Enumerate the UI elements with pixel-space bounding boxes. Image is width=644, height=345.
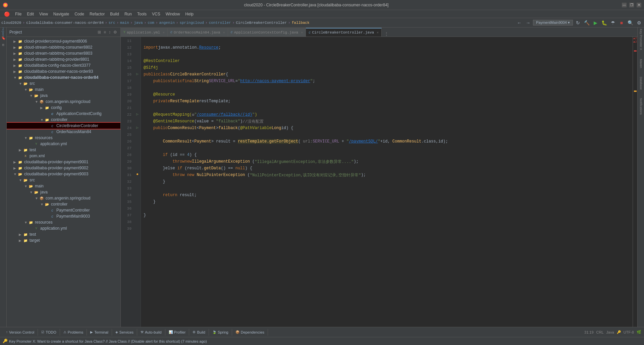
breadcrumb-project[interactable]: cloud2020 bbox=[1, 21, 21, 25]
maven-icon[interactable]: Maven bbox=[639, 59, 643, 68]
tree-item-pom-xml[interactable]: ▶ X pom.xml bbox=[7, 153, 120, 159]
tree-item-circle-breaker-controller[interactable]: ▶ c CircleBreakerController bbox=[7, 123, 120, 129]
tree-item-java[interactable]: ▼ 📂 java bbox=[7, 93, 120, 99]
breadcrumb-springcloud[interactable]: springcloud bbox=[179, 21, 204, 25]
database-icon[interactable]: Database bbox=[639, 77, 643, 90]
breadcrumb-main[interactable]: main bbox=[120, 21, 129, 25]
search-btn[interactable]: 🔍 bbox=[627, 19, 634, 26]
status-tab-version-control[interactable]: ↑ Version Control bbox=[3, 329, 38, 336]
build-btn[interactable]: 🔨 bbox=[583, 19, 590, 26]
coverage-btn[interactable]: ☂ bbox=[609, 19, 616, 26]
tree-item-target[interactable]: ▶ 📁 target bbox=[7, 237, 120, 243]
minimize-button[interactable]: — bbox=[622, 3, 627, 7]
tab-order-nacos-main84[interactable]: c OrderNacosMain84.java ✕ bbox=[168, 28, 228, 37]
status-tab-dependencies[interactable]: 📦 Dependencies bbox=[232, 329, 268, 336]
project-icon[interactable]: Project bbox=[1, 29, 6, 34]
run-btn[interactable]: ▶ bbox=[592, 19, 599, 26]
sidebar-collapse-btn[interactable]: ≡ bbox=[103, 29, 107, 35]
breadcrumb-module[interactable]: cloudalibaba-consumer-nacos-order84 bbox=[26, 21, 104, 25]
tree-item-cloud-stream-8802[interactable]: ▶ 📁 cloud-stream-rabbitmq-consumer8802 bbox=[7, 44, 120, 50]
tab-close-main84[interactable]: ✕ bbox=[223, 31, 225, 35]
tab-close-circle-breaker[interactable]: ✕ bbox=[377, 31, 379, 35]
debug-btn[interactable]: 🐛 bbox=[600, 19, 608, 26]
tree-item-main[interactable]: ▼ 📂 main bbox=[7, 87, 120, 93]
tree-item-controller-folder[interactable]: ▼ 📁 controller bbox=[7, 117, 120, 123]
tree-item-java2[interactable]: ▼ 📂 java bbox=[7, 189, 120, 195]
tree-item-controller2[interactable]: ▼ 📂 controller bbox=[7, 201, 120, 207]
tree-item-cloudalibaba-order83[interactable]: ▶ 📁 cloudalibaba-consumer-nacos-order83 bbox=[7, 68, 120, 74]
tab-overflow-btn[interactable]: ⋮ bbox=[382, 32, 391, 37]
tree-item-cloudalibaba-order84[interactable]: ▼ 📁 cloudalibaba-consumer-nacos-order84 bbox=[7, 74, 120, 80]
menu-item-file[interactable]: 🔴 bbox=[1, 11, 12, 17]
sidebar-sort-btn[interactable]: ↕ bbox=[108, 29, 111, 35]
menu-item-file[interactable]: File bbox=[12, 11, 24, 17]
menu-item-window[interactable]: Window bbox=[163, 11, 183, 17]
settings-btn[interactable]: ⚙ bbox=[635, 19, 643, 26]
refresh-btn[interactable]: ↻ bbox=[574, 19, 582, 26]
tree-item-payment-controller[interactable]: ▶ c PaymentController bbox=[7, 207, 120, 213]
tree-item-src2[interactable]: ▼ 📂 src bbox=[7, 177, 120, 183]
notifications-icon[interactable]: Notifications bbox=[639, 98, 643, 115]
tree-item-test[interactable]: ▶ 📁 test bbox=[7, 147, 120, 153]
tab-close-appcontext[interactable]: ✕ bbox=[301, 31, 303, 35]
status-tab-problems[interactable]: ⚠ Problems bbox=[60, 329, 87, 336]
tree-item-cloud-stream-8803[interactable]: ▶ 📁 cloud-stream-rabbitmq-consumer8803 bbox=[7, 50, 120, 56]
status-tab-services[interactable]: ◈ Services bbox=[112, 329, 137, 336]
breadcrumb-class[interactable]: CircleBreakerController bbox=[236, 21, 287, 25]
menu-item-help[interactable]: Help bbox=[182, 11, 196, 17]
close-button[interactable]: ✕ bbox=[637, 3, 641, 7]
tree-item-test2[interactable]: ▶ 📁 test bbox=[7, 231, 120, 237]
tree-item-application-yml2[interactable]: ▶ Y application.yml bbox=[7, 225, 120, 231]
tree-item-cloud-stream-provider8801[interactable]: ▶ 📁 cloud-stream-rabbitmq-provider8801 bbox=[7, 56, 120, 62]
tab-appcontextconfig[interactable]: c ApplicationContextConfig.java ✕ bbox=[228, 28, 306, 37]
tree-item-payment-main9003[interactable]: ▶ c PaymentMain9003 bbox=[7, 213, 120, 219]
tree-item-src[interactable]: ▼ 📂 src bbox=[7, 80, 120, 87]
status-tab-build[interactable]: ⚙ Build bbox=[189, 329, 209, 336]
breadcrumb-method[interactable]: fallback bbox=[292, 21, 310, 25]
tree-item-package2[interactable]: ▼ 📦 com.angenin.springcloud bbox=[7, 195, 120, 201]
key-promoter-x-icon[interactable]: Key Promoter X bbox=[639, 29, 643, 50]
tree-item-payment9003[interactable]: ▼ 📂 cloudalibaba-provider-payment9003 bbox=[7, 171, 120, 177]
status-tab-profiler[interactable]: 📊 Profiler bbox=[165, 329, 190, 336]
tree-item-payment9001[interactable]: ▶ 📁 cloudalibaba-provider-payment9001 bbox=[7, 159, 120, 165]
menu-item-edit[interactable]: Edit bbox=[24, 11, 37, 17]
tree-item-config[interactable]: ▶ 📁 config bbox=[7, 105, 120, 111]
tree-item-resources[interactable]: ▼ 📁 resources bbox=[7, 135, 120, 141]
menu-item-code[interactable]: Code bbox=[72, 11, 87, 17]
maximize-button[interactable]: ❐ bbox=[629, 3, 634, 7]
tree-item-package[interactable]: ▼ 📦 com.angenin.springcloud bbox=[7, 99, 120, 105]
breadcrumb-controller[interactable]: controller bbox=[209, 21, 231, 25]
menu-item-tools[interactable]: Tools bbox=[135, 11, 149, 17]
sidebar-layout-btn[interactable]: ⊞ bbox=[97, 29, 102, 35]
breadcrumb-java[interactable]: java bbox=[134, 21, 143, 25]
tab-close-yml[interactable]: ✕ bbox=[163, 31, 165, 35]
code-content[interactable]: import javax.annotation.Resource; @RestC… bbox=[141, 37, 633, 327]
breadcrumb-angenin[interactable]: angenin bbox=[159, 21, 175, 25]
breadcrumb-src[interactable]: src bbox=[109, 21, 115, 25]
nav-forward-btn[interactable]: → bbox=[524, 19, 532, 26]
tree-item-main2[interactable]: ▼ 📂 main bbox=[7, 183, 120, 189]
status-tab-auto-build[interactable]: ⚒ Auto-build bbox=[137, 329, 165, 336]
breadcrumb-com[interactable]: com bbox=[148, 21, 154, 25]
tree-item-application-yml[interactable]: ▶ Y application.yml bbox=[7, 141, 120, 147]
menu-item-refactor[interactable]: Refactor bbox=[87, 11, 107, 17]
stop-btn[interactable]: ■ bbox=[618, 19, 625, 26]
tree-item-cloud-providerconsul[interactable]: ▶ 📁 cloud-providerconsul-payment8006 bbox=[7, 38, 120, 44]
menu-item-build[interactable]: Build bbox=[107, 11, 122, 17]
run-config-btn[interactable]: PaymentMain9004 ▾ bbox=[533, 20, 573, 25]
menu-item-view[interactable]: View bbox=[37, 11, 51, 17]
menu-item-run[interactable]: Run bbox=[122, 11, 135, 17]
bookmark-icon[interactable]: 🔖 bbox=[1, 36, 6, 41]
menu-item-vcs[interactable]: VCS bbox=[149, 11, 163, 17]
status-tab-todo[interactable]: ☑ TODO bbox=[38, 329, 60, 336]
tree-item-order-nacos-main84[interactable]: ▶ c OrderNacosMain84 bbox=[7, 129, 120, 135]
status-tab-terminal[interactable]: ▶ Terminal bbox=[87, 329, 112, 336]
tree-item-cloudalibaba-config[interactable]: ▶ 📁 cloudalibaba-config-nacos-client3377 bbox=[7, 62, 120, 68]
sidebar-settings-btn[interactable]: ⚙ bbox=[113, 29, 118, 35]
tree-item-appcontextconfig[interactable]: ▶ c ApplicationContextConfig bbox=[7, 111, 120, 117]
structure-icon[interactable]: ⊞ bbox=[1, 42, 6, 48]
tab-circle-breaker-controller[interactable]: c CircleBreakerController.java ✕ bbox=[306, 28, 382, 37]
status-tab-spring[interactable]: 🍃 Spring bbox=[209, 329, 232, 336]
menu-item-navigate[interactable]: Navigate bbox=[51, 11, 72, 17]
tab-application-yml[interactable]: Y application.yml ✕ bbox=[121, 28, 168, 37]
